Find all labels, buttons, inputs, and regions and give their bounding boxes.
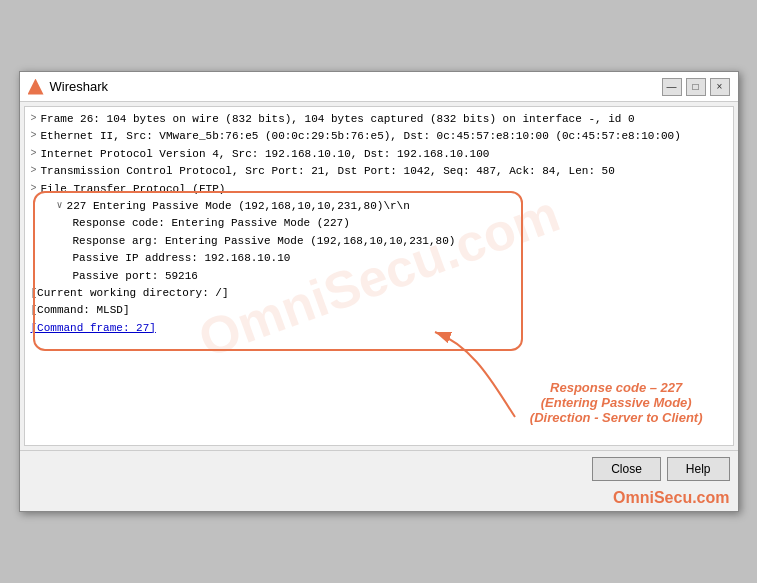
list-item[interactable]: [Command: MLSD]	[29, 302, 729, 319]
expand-arrow: >	[31, 112, 37, 126]
row-text: Frame 26: 104 bytes on wire (832 bits), …	[41, 112, 635, 127]
annotation-line2: (Entering Passive Mode)	[530, 395, 703, 410]
row-text: Response code: Entering Passive Mode (22…	[73, 216, 350, 231]
expand-arrow: >	[31, 129, 37, 143]
window-title: Wireshark	[50, 79, 662, 94]
row-text: 227 Entering Passive Mode (192,168,10,10…	[67, 199, 410, 214]
annotation-block: Response code – 227 (Entering Passive Mo…	[530, 380, 703, 425]
list-item[interactable]: > File Transfer Protocol (FTP)	[29, 181, 729, 198]
maximize-button[interactable]: □	[686, 78, 706, 96]
annotation-line1: Response code – 227	[530, 380, 703, 395]
list-item[interactable]: [Current working directory: /]	[29, 285, 729, 302]
annotation-line3: (Direction - Server to Client)	[530, 410, 703, 425]
brand-logo: OmniSecu.com	[613, 489, 729, 507]
row-text: Passive port: 59216	[73, 269, 198, 284]
expand-arrow: >	[31, 182, 37, 196]
expand-arrow: ∨	[57, 199, 63, 213]
row-text: Passive IP address: 192.168.10.10	[73, 251, 291, 266]
command-frame-link[interactable]: [Command frame: 27]	[31, 321, 156, 336]
list-item[interactable]: ∨ 227 Entering Passive Mode (192,168,10,…	[29, 198, 729, 215]
row-text: [Current working directory: /]	[31, 286, 229, 301]
close-button[interactable]: Close	[592, 457, 661, 481]
list-item[interactable]: [Command frame: 27]	[29, 320, 729, 337]
help-button[interactable]: Help	[667, 457, 730, 481]
list-item[interactable]: > Transmission Control Protocol, Src Por…	[29, 163, 729, 180]
row-text: Internet Protocol Version 4, Src: 192.16…	[41, 147, 490, 162]
list-item[interactable]: Passive port: 59216	[29, 268, 729, 285]
list-item[interactable]: > Frame 26: 104 bytes on wire (832 bits)…	[29, 111, 729, 128]
row-text: Response arg: Entering Passive Mode (192…	[73, 234, 456, 249]
footer-bar: Close Help	[20, 450, 738, 487]
brand-suffix: Secu.com	[654, 489, 730, 506]
expand-arrow: >	[31, 147, 37, 161]
close-button[interactable]: ×	[710, 78, 730, 96]
list-item[interactable]: Passive IP address: 192.168.10.10	[29, 250, 729, 267]
list-item[interactable]: > Internet Protocol Version 4, Src: 192.…	[29, 146, 729, 163]
brand-footer: OmniSecu.com	[20, 487, 738, 511]
row-text: Ethernet II, Src: VMware_5b:76:e5 (00:0c…	[41, 129, 681, 144]
expand-arrow: >	[31, 164, 37, 178]
minimize-button[interactable]: —	[662, 78, 682, 96]
window-controls: — □ ×	[662, 78, 730, 96]
list-item[interactable]: Response arg: Entering Passive Mode (192…	[29, 233, 729, 250]
packet-detail-panel: OmniSecu.com > Frame 26: 104 bytes on wi…	[24, 106, 734, 446]
titlebar: Wireshark — □ ×	[20, 72, 738, 102]
shark-fin-icon	[28, 79, 44, 95]
brand-prefix: Omni	[613, 489, 654, 506]
row-text: [Command: MLSD]	[31, 303, 130, 318]
wireshark-window: Wireshark — □ × OmniSecu.com > Frame 26:…	[19, 71, 739, 512]
list-item[interactable]: Response code: Entering Passive Mode (22…	[29, 215, 729, 232]
row-text: Transmission Control Protocol, Src Port:…	[41, 164, 615, 179]
row-text: File Transfer Protocol (FTP)	[41, 182, 226, 197]
list-item[interactable]: > Ethernet II, Src: VMware_5b:76:e5 (00:…	[29, 128, 729, 145]
